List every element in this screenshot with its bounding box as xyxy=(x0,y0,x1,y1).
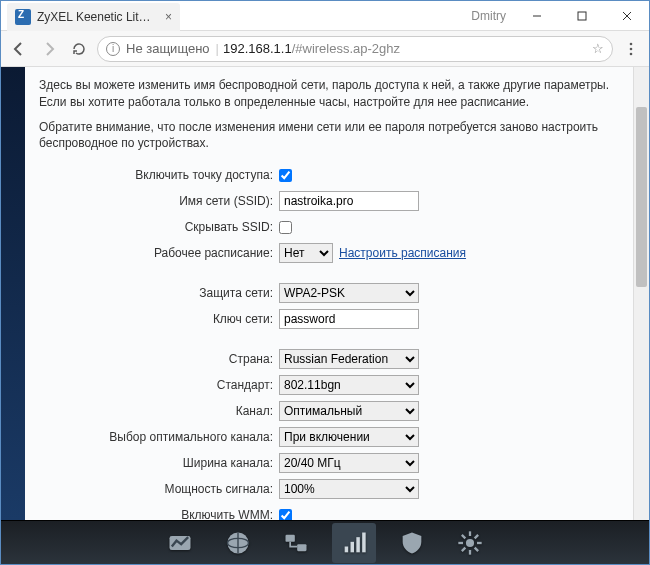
close-window-button[interactable] xyxy=(604,1,649,31)
schedule-select[interactable]: Нет xyxy=(279,243,333,263)
profile-label[interactable]: Dmitry xyxy=(471,9,506,23)
svg-rect-16 xyxy=(362,532,366,552)
svg-line-25 xyxy=(475,534,479,538)
svg-rect-12 xyxy=(297,544,306,551)
intro-text-2: Обратите внимание, что после изменения и… xyxy=(39,119,619,153)
wmm-checkbox[interactable] xyxy=(279,509,292,520)
vertical-scrollbar[interactable] xyxy=(633,67,649,520)
svg-point-6 xyxy=(630,52,633,55)
standard-select[interactable]: 802.11bgn xyxy=(279,375,419,395)
svg-rect-13 xyxy=(345,546,349,552)
svg-line-22 xyxy=(462,534,466,538)
country-select[interactable]: Russian Federation xyxy=(279,349,419,369)
svg-rect-14 xyxy=(351,541,355,552)
power-select[interactable]: 100% xyxy=(279,479,419,499)
reload-button[interactable] xyxy=(67,37,91,61)
svg-line-23 xyxy=(475,547,479,551)
scrollbar-thumb[interactable] xyxy=(636,107,647,287)
url-path: /#wireless.ap-2ghz xyxy=(292,41,400,56)
back-button[interactable] xyxy=(7,37,31,61)
hide-ssid-checkbox[interactable] xyxy=(279,221,292,234)
channel-label: Канал: xyxy=(39,404,279,418)
minimize-button[interactable] xyxy=(514,1,559,31)
svg-point-17 xyxy=(466,538,474,546)
close-tab-icon[interactable]: × xyxy=(165,10,172,24)
svg-point-4 xyxy=(630,42,633,45)
svg-rect-11 xyxy=(286,534,295,541)
tab-title: ZyXEL Keenetic Lite III To xyxy=(37,10,157,24)
schedule-link[interactable]: Настроить расписания xyxy=(339,246,466,260)
power-label: Мощность сигнала: xyxy=(39,482,279,496)
width-select[interactable]: 20/40 МГц xyxy=(279,453,419,473)
url-input[interactable]: i Не защищено | 192.168.1.1/#wireless.ap… xyxy=(97,36,613,62)
enable-ap-checkbox[interactable] xyxy=(279,169,292,182)
browser-tab[interactable]: ZyXEL Keenetic Lite III To × xyxy=(7,3,180,31)
hide-ssid-label: Скрывать SSID: xyxy=(39,220,279,234)
menu-button[interactable] xyxy=(619,37,643,61)
optchannel-label: Выбор оптимального канала: xyxy=(39,430,279,444)
wmm-label: Включить WMM: xyxy=(39,508,279,520)
schedule-label: Рабочее расписание: xyxy=(39,246,279,260)
nav-settings-icon[interactable] xyxy=(448,523,492,563)
forward-button[interactable] xyxy=(37,37,61,61)
nav-wifi-icon[interactable] xyxy=(332,523,376,563)
nav-internet-icon[interactable] xyxy=(216,523,260,563)
url-host: 192.168.1.1 xyxy=(223,41,292,56)
svg-rect-15 xyxy=(356,537,360,552)
key-label: Ключ сети: xyxy=(39,312,279,326)
optchannel-select[interactable]: При включении xyxy=(279,427,419,447)
bookmark-icon[interactable]: ☆ xyxy=(592,41,604,56)
left-stripe xyxy=(1,67,25,520)
titlebar: ZyXEL Keenetic Lite III To × Dmitry xyxy=(1,1,649,31)
channel-select[interactable]: Оптимальный xyxy=(279,401,419,421)
maximize-button[interactable] xyxy=(559,1,604,31)
page-content: Здесь вы можете изменить имя беспроводно… xyxy=(25,67,633,520)
address-bar: i Не защищено | 192.168.1.1/#wireless.ap… xyxy=(1,31,649,67)
bottom-nav xyxy=(1,520,649,564)
intro-text-1: Здесь вы можете изменить имя беспроводно… xyxy=(39,77,619,111)
wifi-form: Включить точку доступа: Имя сети (SSID):… xyxy=(39,164,619,520)
width-label: Ширина канала: xyxy=(39,456,279,470)
security-select[interactable]: WPA2-PSK xyxy=(279,283,419,303)
nav-security-icon[interactable] xyxy=(390,523,434,563)
standard-label: Стандарт: xyxy=(39,378,279,392)
ssid-label: Имя сети (SSID): xyxy=(39,194,279,208)
svg-point-5 xyxy=(630,47,633,50)
key-input[interactable] xyxy=(279,309,419,329)
svg-line-24 xyxy=(462,547,466,551)
security-label: Не защищено xyxy=(126,41,210,56)
enable-ap-label: Включить точку доступа: xyxy=(39,168,279,182)
svg-rect-1 xyxy=(578,12,586,20)
ssid-input[interactable] xyxy=(279,191,419,211)
info-icon[interactable]: i xyxy=(106,42,120,56)
favicon-icon xyxy=(15,9,31,25)
nav-network-icon[interactable] xyxy=(274,523,318,563)
country-label: Страна: xyxy=(39,352,279,366)
security-label: Защита сети: xyxy=(39,286,279,300)
nav-status-icon[interactable] xyxy=(158,523,202,563)
